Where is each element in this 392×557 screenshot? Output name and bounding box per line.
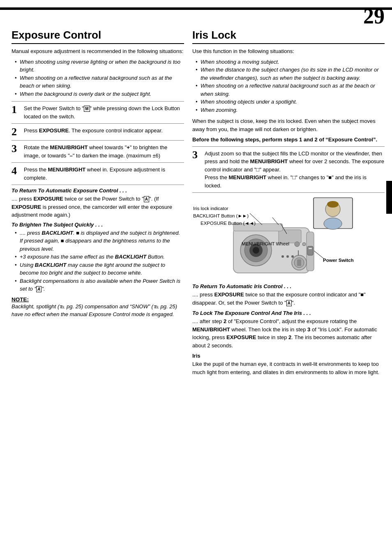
- iris-body1: When the subject is close, keep the iris…: [192, 117, 385, 133]
- return-iris-title: To Return To Automatic Iris Control . . …: [192, 283, 385, 289]
- label-menu-bright: MENU/BRIGHT Wheel: [242, 241, 289, 246]
- label-power-switch: Power Switch: [323, 258, 354, 263]
- brighten-bullet-4: Backlight compensations is also availabl…: [15, 277, 184, 293]
- step-1: 1 Set the Power Switch to "M" while pres…: [12, 101, 184, 123]
- iris-bullet-5: When zooming.: [196, 106, 385, 114]
- bullet-2: When shooting on a reflective natural ba…: [15, 74, 184, 90]
- step-3-text: Rotate the MENU/BRIGHT wheel towards "+"…: [24, 143, 184, 159]
- brighten-bullet-2: +3 exposure has the same effect as the B…: [15, 253, 184, 261]
- return-aec-title: To Return To Automatic Exposure Control …: [12, 187, 184, 194]
- brighten-bullet-3: Using BACKLIGHT may cause the light arou…: [15, 261, 184, 277]
- exposure-intro: Manual exposure adjustment is recommende…: [12, 47, 184, 55]
- lock-iris-title: To Lock The Exposure Control And The Iri…: [192, 310, 385, 316]
- step-4: 4 Press the MENU/BRIGHT wheel in. Exposu…: [12, 162, 184, 185]
- iris-intro: Use this function in the following situa…: [192, 47, 385, 55]
- brighten-bullets: .... press BACKLIGHT. ■ is displayed and…: [15, 229, 184, 293]
- header-bar: [0, 7, 392, 10]
- iris-body2: Before the following steps, perform step…: [192, 136, 385, 144]
- step-3: 3 Rotate the MENU/BRIGHT wheel towards "…: [12, 140, 184, 162]
- svg-line-26: [314, 251, 324, 259]
- svg-rect-13: [307, 246, 313, 255]
- label-exposure: EXPOSURE Button (◄◄): [201, 221, 256, 226]
- iris-bullet-1: When shooting a moving subject.: [196, 58, 385, 66]
- step-2-number: 2: [12, 127, 21, 137]
- svg-rect-14: [309, 248, 312, 249]
- bullet-1: When shooting using reverse lighting or …: [15, 58, 184, 74]
- exposure-bullets: When shooting using reverse lighting or …: [15, 58, 184, 98]
- svg-point-8: [253, 247, 259, 254]
- iris-def-text: Like the pupil of the human eye, it cont…: [192, 360, 385, 376]
- label-backlight: BACKLIGHT Button (►►): [193, 213, 249, 218]
- svg-point-11: [302, 243, 306, 246]
- step-4-text: Press the MENU/BRIGHT wheel in. Exposure…: [24, 166, 184, 182]
- iris-bullet-2: When the distance to the subject changes…: [196, 66, 385, 82]
- step-2-text: Press EXPOSURE. The exposure control ind…: [24, 127, 184, 135]
- iris-step-3: 3 Adjust zoom so that the subject fills …: [192, 146, 385, 193]
- iris-step-3-number: 3: [192, 150, 201, 160]
- note-title: NOTE:: [12, 296, 29, 303]
- iris-lock-title: Iris Lock: [192, 29, 385, 44]
- iris-def-title: Iris: [192, 353, 385, 359]
- iris-step-3-text: Adjust zoom so that the subject fills th…: [205, 150, 385, 190]
- lock-iris-text: .... after step 2 of "Exposure Control",…: [192, 317, 385, 349]
- svg-point-2: [324, 218, 342, 229]
- bullet-3: When the background is overly dark or th…: [15, 90, 184, 98]
- return-aec-text: .... press EXPOSURE twice or set the Pow…: [12, 195, 184, 219]
- step-2: 2 Press EXPOSURE. The exposure control i…: [12, 123, 184, 140]
- note-block: NOTE: Backlight, spotlight (℡ pg. 25) co…: [12, 296, 184, 319]
- svg-point-17: [291, 255, 294, 258]
- exposure-control-title: Exposure Control: [12, 29, 184, 44]
- side-tab: [386, 181, 392, 214]
- svg-point-16: [286, 255, 289, 258]
- iris-bullet-3: When shooting on a reflective natural ba…: [196, 82, 385, 98]
- step-3-number: 3: [12, 143, 21, 154]
- step-4-number: 4: [12, 166, 21, 176]
- step-1-number: 1: [12, 104, 21, 115]
- svg-point-15: [281, 255, 284, 258]
- label-iris-lock: Iris lock indicator: [193, 206, 228, 211]
- return-iris-text: .... press EXPOSURE twice so that the ex…: [192, 291, 385, 307]
- svg-point-3: [327, 201, 339, 208]
- brighten-bullet-1: .... press BACKLIGHT. ■ is displayed and…: [15, 229, 184, 253]
- left-column: Exposure Control Manual exposure adjustm…: [12, 29, 184, 376]
- step-1-text: Set the Power Switch to "M" while pressi…: [24, 104, 184, 120]
- iris-bullets: When shooting a moving subject. When the…: [196, 58, 385, 114]
- svg-point-10: [295, 242, 300, 247]
- right-column: Iris Lock Use this function in the follo…: [192, 29, 385, 376]
- iris-bullet-4: When shooting objects under a spotlight.: [196, 98, 385, 106]
- note-body: Backlight, spotlight (℡ pg. 25) compensa…: [12, 303, 184, 319]
- camera-diagram: Iris lock indicator BACKLIGHT Button (►►…: [192, 197, 385, 279]
- svg-rect-21: [297, 259, 301, 266]
- brighten-title: To Brighten The Subject Quickly . . .: [12, 222, 184, 228]
